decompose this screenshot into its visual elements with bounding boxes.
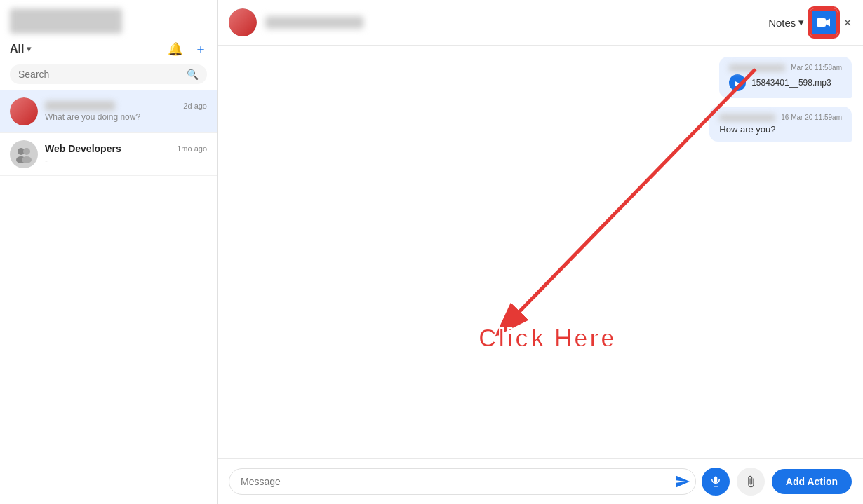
message-input[interactable] [229,468,696,495]
sidebar-header: All ▾ 🔔 ＋ 🔍 [0,0,217,90]
svg-point-3 [22,156,32,163]
avatar [10,140,38,168]
attachment-button[interactable] [737,468,765,496]
sender-name-blurred [719,114,775,121]
play-icon[interactable]: ▶ [729,74,746,91]
chat-header-actions: Notes ▾ × [768,8,852,36]
message-bubble: Mar 20 11:58am ▶ 15843401__598.mp3 [719,57,852,98]
conv-name-row: Web Developers 1mo ago [45,143,207,154]
sidebar-controls: All ▾ 🔔 ＋ [10,41,207,57]
search-button[interactable]: 🔍 [187,69,199,80]
close-button[interactable]: × [843,15,852,31]
search-box: 🔍 [10,64,207,84]
click-here-text: Click Here [479,324,616,353]
conv-preview: - [45,156,207,165]
send-button[interactable] [675,474,690,489]
conv-name: Web Developers [45,143,121,154]
chat-main: Notes ▾ × Mar 20 11:58am [218,0,863,504]
list-item[interactable]: 2d ago What are you doing now? [0,90,217,133]
audio-player: ▶ 15843401__598.mp3 [729,74,842,91]
chat-header-name-blurred [265,16,363,29]
message-time: Mar 20 11:58am [791,64,842,71]
notifications-button[interactable]: 🔔 [168,41,183,57]
filter-chevron-icon: ▾ [27,44,31,54]
video-call-button[interactable] [810,8,838,36]
message-meta: 16 Mar 20 11:59am [719,114,842,121]
filter-label: All [10,43,24,55]
notes-chevron-icon: ▾ [798,16,804,29]
add-action-button[interactable]: Add Action [772,469,852,494]
svg-rect-4 [817,18,826,27]
search-input[interactable] [18,69,181,80]
message-wrapper: 16 Mar 20 11:59am How are you? [229,107,852,142]
sender-name-blurred [729,64,785,71]
conversation-list: 2d ago What are you doing now? Web Devel… [0,90,217,504]
list-item[interactable]: Web Developers 1mo ago - [0,133,217,176]
filter-dropdown[interactable]: All ▾ [10,43,31,55]
notes-button[interactable]: Notes ▾ [768,16,804,29]
conversation-info: Web Developers 1mo ago - [45,143,207,165]
conversation-info: 2d ago What are you doing now? [45,101,207,122]
svg-point-1 [23,148,30,155]
conv-time: 2d ago [183,102,207,110]
conv-preview: What are you doing now? [45,112,207,122]
conv-name-row: 2d ago [45,101,207,111]
sidebar: All ▾ 🔔 ＋ 🔍 2d ago What are you [0,0,218,504]
message-text: How are you? [719,124,842,135]
new-conversation-button[interactable]: ＋ [194,41,207,57]
sidebar-logo [10,8,122,34]
mic-button[interactable] [702,468,730,496]
audio-filename: 15843401__598.mp3 [751,78,831,88]
avatar [10,97,38,125]
message-wrapper: Mar 20 11:58am ▶ 15843401__598.mp3 [229,57,852,98]
chat-header-avatar [229,8,257,36]
sidebar-icon-group: 🔔 ＋ [168,41,207,57]
chat-messages: Mar 20 11:58am ▶ 15843401__598.mp3 16 Ma… [218,46,863,458]
message-time: 16 Mar 20 11:59am [781,114,842,121]
conv-name-blurred [45,101,115,111]
close-icon: × [843,15,852,31]
message-bubble: 16 Mar 20 11:59am How are you? [709,107,852,142]
chat-input-area: Add Action [218,458,863,504]
conv-time: 1mo ago [177,144,207,153]
notes-label: Notes [768,17,796,29]
message-meta: Mar 20 11:58am [729,64,842,71]
chat-header: Notes ▾ × [218,0,863,46]
click-here-annotation: Click Here [479,324,616,353]
